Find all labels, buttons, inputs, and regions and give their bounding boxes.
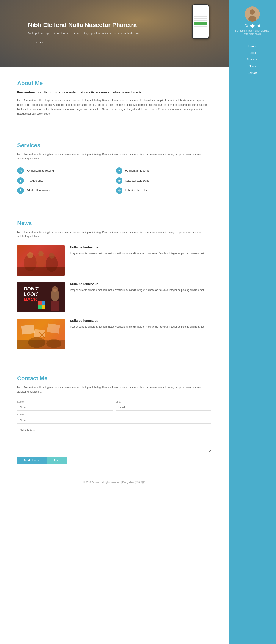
service-icon-2: ✦ [116, 168, 122, 174]
email-input[interactable] [116, 404, 211, 411]
service-item-2: ✦ Fermentum lobortis [116, 168, 211, 174]
news-item-2: DON'T LOOK BACK Nulla pellentesque Integ… [17, 282, 211, 312]
send-message-button[interactable]: Send Message [17, 457, 47, 464]
about-lead: Fermentum lobortis non tristique ante pr… [17, 90, 211, 95]
news-content-1: Nulla pellentesque Integer eu ante ornar… [70, 246, 211, 256]
news-item-title-3: Nulla pellentesque [70, 319, 211, 322]
phone-screen-button [194, 22, 207, 25]
avatar [245, 6, 260, 22]
nav-services[interactable]: Services [229, 57, 276, 62]
about-body: Nunc fermentum adipiscing tempor cursus … [17, 98, 211, 116]
news-image-1 [17, 246, 65, 276]
service-icon-6: ◎ [116, 187, 122, 194]
svg-rect-16 [38, 302, 42, 306]
news-img-people-3 [17, 319, 65, 349]
name2-label: Name [17, 413, 211, 416]
service-label-2: Fermentum lobortis [125, 169, 149, 172]
dont-text-line3: BACK [24, 297, 38, 302]
footer-text: © 2018 Conjoint. All rights reserved | D… [83, 481, 146, 484]
service-item-1: ◎ Fermentum adipiscing [17, 168, 113, 174]
form-field-name2: Name [17, 413, 211, 424]
news-item-body-2: Integer eu ante ornare amet commetus ves… [70, 288, 211, 292]
phone-mockup [190, 4, 211, 43]
news-item-title-1: Nulla pellentesque [70, 246, 211, 249]
news-item-3: Nulla pellentesque Integer eu ante ornar… [17, 319, 211, 349]
svg-rect-18 [38, 306, 42, 309]
dont-look-back-image: DON'T LOOK BACK [17, 282, 65, 312]
form-field-message [17, 426, 211, 452]
news-list: Nulla pellentesque Integer eu ante ornar… [17, 246, 211, 349]
email-label: Email [116, 400, 211, 403]
phone-screen-line-1 [194, 16, 207, 17]
form-buttons: Send Message Reset [17, 457, 211, 464]
service-icon-5: ℹ [17, 187, 24, 194]
news-title: News [17, 220, 211, 226]
service-label-5: Primis aliquam mus [26, 189, 51, 192]
news-item-body-1: Integer eu ante ornare amet commetus ves… [70, 251, 211, 256]
phone-body [192, 4, 209, 39]
service-icon-4: ◉ [116, 178, 122, 184]
service-label-1: Fermentum adipiscing [26, 169, 54, 172]
nav-contact[interactable]: Contact [229, 70, 276, 75]
contact-form: Name Email Name Send Message Reset [17, 400, 211, 464]
name-input[interactable] [17, 404, 113, 411]
sidebar-tagline: Fermentum lobortis non tristique ante pr… [229, 29, 276, 36]
dont-look-back-text: DON'T LOOK BACK [24, 286, 38, 302]
svg-rect-23 [47, 323, 60, 334]
form-row-name-email: Name Email [17, 400, 211, 411]
news-section: News Nunc fermentum adipiscing tempor cu… [0, 207, 229, 362]
main-content: Nibh Eleifend Nulla Nascetur Pharetra Nu… [0, 0, 229, 488]
footer: © 2018 Conjoint. All rights reserved | D… [0, 477, 229, 488]
services-section: Services Nunc fermentum adipiscing tempo… [0, 129, 229, 207]
service-icon-1: ◎ [17, 168, 24, 174]
sidebar-nav: Home About Services News Contact [229, 44, 276, 75]
nav-about[interactable]: About [229, 50, 276, 55]
dont-text-line2: LOOK [24, 292, 38, 297]
news-image-2: DON'T LOOK BACK [17, 282, 65, 312]
news-img-people-1 [17, 246, 65, 276]
contact-title: Contact Me [17, 375, 211, 382]
svg-rect-10 [17, 267, 65, 276]
news-image-3 [17, 319, 65, 349]
svg-rect-19 [42, 306, 45, 309]
reset-button[interactable]: Reset [47, 457, 67, 464]
hero-text: Nibh Eleifend Nulla Nascetur Pharetra Nu… [28, 21, 140, 46]
phone-screen-line-3 [194, 20, 207, 21]
service-icon-3: ◆ [17, 178, 24, 184]
svg-rect-15 [51, 302, 59, 311]
service-label-3: Tristique ante [26, 179, 43, 182]
svg-rect-21 [21, 324, 35, 334]
hero-learn-more-button[interactable]: LEARN MORE [28, 39, 55, 46]
message-textarea[interactable] [17, 426, 211, 452]
service-label-6: Lobortis phasellus [125, 189, 148, 192]
services-intro: Nunc fermentum adipiscing tempor cursus … [17, 152, 211, 161]
dont-text-line1: DON'T [24, 286, 38, 292]
nav-news[interactable]: News [229, 64, 276, 69]
svg-point-14 [52, 286, 58, 292]
form-field-name: Name [17, 400, 113, 411]
hero-subtitle: Nulla pellentesque mi non laoreet eleife… [28, 31, 140, 36]
phone-screen-line-4 [194, 26, 207, 28]
services-title: Services [17, 142, 211, 149]
contact-intro: Nunc fermentum adipiscing tempor cursus … [17, 385, 211, 394]
svg-point-1 [250, 10, 255, 15]
hero-title: Nibh Eleifend Nulla Nascetur Pharetra [28, 21, 140, 29]
service-item-5: ℹ Primis aliquam mus [17, 187, 113, 194]
form-field-email: Email [116, 400, 211, 411]
news-intro: Nunc fermentum adipiscing tempor cursus … [17, 230, 211, 239]
svg-point-9 [49, 253, 54, 258]
name2-input[interactable] [17, 417, 211, 424]
news-content-3: Nulla pellentesque Integer eu ante ornar… [70, 319, 211, 329]
service-item-6: ◎ Lobortis phasellus [116, 187, 211, 194]
sidebar: Conjoint Fermentum lobortis non tristiqu… [229, 0, 276, 488]
news-content-2: Nulla pellentesque Integer eu ante ornar… [70, 282, 211, 292]
name-label: Name [17, 400, 113, 403]
service-label-4: Nascetur adipiscing [125, 179, 149, 182]
service-item-4: ◉ Nascetur adipiscing [116, 178, 211, 184]
phone-screen-line-2 [194, 18, 207, 19]
hero-section: Nibh Eleifend Nulla Nascetur Pharetra Nu… [0, 0, 229, 67]
nav-home[interactable]: Home [229, 44, 276, 48]
services-grid: ◎ Fermentum adipiscing ✦ Fermentum lobor… [17, 168, 211, 194]
news-item-1: Nulla pellentesque Integer eu ante ornar… [17, 246, 211, 276]
news-item-body-3: Integer eu ante ornare amet commetus ves… [70, 324, 211, 329]
